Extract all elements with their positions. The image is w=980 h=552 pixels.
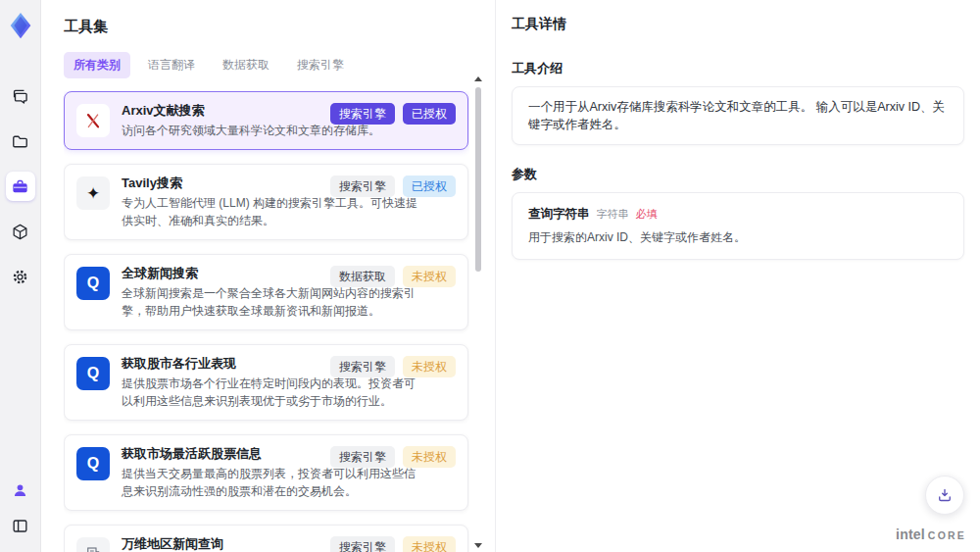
param-description: 用于搜索的Arxiv ID、关键字或作者姓名。	[528, 229, 948, 246]
core-wordmark: CORE	[928, 529, 966, 541]
tool-card[interactable]: ✦ Tavily搜索 专为人工智能代理 (LLM) 构建的搜索引擎工具。可快速提…	[64, 164, 468, 240]
tool-tags: 搜索引擎 未授权	[330, 356, 456, 377]
q-app-icon: Q	[76, 447, 110, 480]
q-app-icon: Q	[76, 267, 110, 300]
tool-category-tag: 数据获取	[330, 266, 395, 287]
tool-category-tag: 搜索引擎	[330, 536, 395, 552]
intro-card: 一个用于从Arxiv存储库搜索科学论文和文章的工具。 输入可以是Arxiv ID…	[512, 86, 964, 145]
tool-description: 专为人工智能代理 (LLM) 构建的搜索引擎工具。可快速提供实时、准确和真实的结…	[122, 194, 417, 229]
tool-description: 提供当天交易量最高的股票列表，投资者可以利用这些信息来识别流动性强的股票和潜在的…	[122, 465, 417, 500]
tool-auth-badge: 未授权	[403, 266, 456, 287]
tool-category-tag: 搜索引擎	[330, 103, 395, 125]
param-card: 查询字符串 字符串 必填 用于搜索的Arxiv ID、关键字或作者姓名。	[512, 192, 964, 260]
tool-auth-badge: 已授权	[403, 176, 456, 197]
tool-category-tag: 搜索引擎	[330, 356, 395, 377]
sidebar-bottom	[6, 476, 35, 540]
page-title: 工具集	[64, 18, 469, 36]
cube-icon[interactable]	[6, 217, 35, 246]
tool-list: Arxiv文献搜索 访问各个研究领域大量科学论文和文章的存储库。 搜索引擎 已授…	[64, 91, 469, 552]
tool-auth-badge: 未授权	[403, 356, 456, 377]
tool-auth-badge: 未授权	[403, 536, 456, 552]
panel-toggle-icon[interactable]	[6, 511, 35, 540]
toolset-pane: 工具集 所有类别语言翻译数据获取搜索引擎 Arxiv文献搜索 访问各个研究领域大…	[41, 0, 495, 552]
app-window: 工具集 所有类别语言翻译数据获取搜索引擎 Arxiv文献搜索 访问各个研究领域大…	[0, 0, 980, 552]
param-name: 查询字符串	[528, 206, 590, 223]
list-scrollbar[interactable]	[472, 76, 484, 550]
tool-tags: 搜索引擎 未授权	[330, 446, 456, 468]
tool-card[interactable]: Arxiv文献搜索 访问各个研究领域大量科学论文和文章的存储库。 搜索引擎 已授…	[64, 91, 468, 150]
tool-auth-badge: 已授权	[403, 103, 456, 125]
sidebar	[0, 0, 41, 552]
intel-wordmark: intel	[896, 527, 925, 542]
tool-card[interactable]: Q 获取市场最活跃股票信息 提供当天交易量最高的股票列表，投资者可以利用这些信息…	[64, 434, 468, 511]
tavily-star-icon: ✦	[76, 176, 110, 210]
tool-tags: 搜索引擎 已授权	[330, 176, 456, 197]
tool-card[interactable]: Q 全球新闻搜索 全球新闻搜索是一个聚合全球各大新闻网站内容的搜索引擎，帮助用户…	[64, 254, 468, 330]
tool-card[interactable]: 万维地区新闻查询 查询具体行政区划内的新闻，快速了解各地新闻动 搜索引擎 未授权	[64, 525, 468, 552]
category-tabs: 所有类别语言翻译数据获取搜索引擎	[64, 52, 469, 78]
category-tab[interactable]: 搜索引擎	[287, 52, 354, 78]
user-account-icon[interactable]	[6, 476, 35, 505]
tool-detail-pane: 工具详情 工具介绍 一个用于从Arxiv存储库搜索科学论文和文章的工具。 输入可…	[495, 0, 980, 552]
category-tab[interactable]: 数据获取	[213, 52, 279, 78]
folder-icon[interactable]	[6, 126, 35, 156]
arxiv-logo-icon	[76, 104, 110, 137]
tool-category-tag: 搜索引擎	[330, 176, 395, 197]
scroll-down-arrow-icon[interactable]	[474, 543, 482, 548]
settings-gear-icon[interactable]	[6, 262, 35, 291]
param-required-badge: 必填	[636, 207, 658, 222]
tool-description: 提供股票市场各个行业在特定时间段内的表现。投资者可以利用这些信息来识别表现优于或…	[122, 375, 417, 410]
chat-icon[interactable]	[6, 81, 35, 111]
tool-tags: 搜索引擎 未授权	[330, 536, 456, 552]
tool-card[interactable]: Q 获取股市各行业表现 提供股票市场各个行业在特定时间段内的表现。投资者可以利用…	[64, 344, 468, 421]
intel-core-logo: intel CORE	[896, 527, 966, 542]
tool-category-tag: 搜索引擎	[330, 446, 395, 468]
params-heading: 参数	[512, 166, 964, 183]
tool-auth-badge: 未授权	[403, 446, 456, 468]
download-icon	[936, 486, 954, 504]
tool-tags: 数据获取 未授权	[330, 266, 456, 287]
detail-title: 工具详情	[512, 16, 964, 33]
sidebar-nav	[6, 81, 35, 291]
download-button[interactable]	[925, 476, 964, 515]
q-app-icon: Q	[76, 357, 110, 390]
category-tab[interactable]: 语言翻译	[138, 52, 205, 78]
scrollbar-thumb[interactable]	[475, 87, 481, 272]
toolbox-icon[interactable]	[6, 172, 35, 201]
intro-heading: 工具介绍	[512, 60, 964, 77]
category-tab[interactable]: 所有类别	[64, 52, 130, 78]
app-logo-icon	[4, 9, 37, 42]
scroll-up-arrow-icon[interactable]	[474, 76, 482, 81]
tool-tags: 搜索引擎 已授权	[330, 103, 456, 125]
intro-text: 一个用于从Arxiv存储库搜索科学论文和文章的工具。 输入可以是Arxiv ID…	[528, 98, 948, 133]
building-icon	[76, 537, 110, 552]
param-type: 字符串	[597, 207, 629, 222]
tool-description: 全球新闻搜索是一个聚合全球各大新闻网站内容的搜索引擎，帮助用户快速获取全球最新资…	[122, 284, 417, 320]
